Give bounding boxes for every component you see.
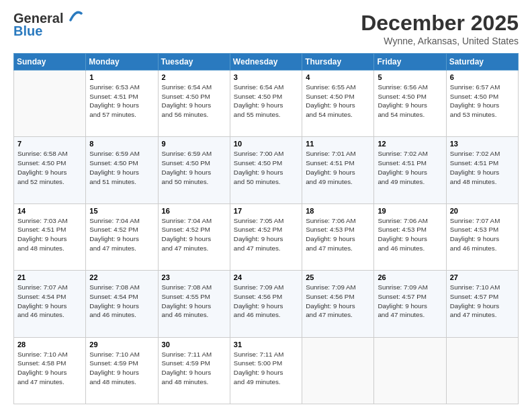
day-info: and 48 minutes. — [17, 244, 82, 253]
weekday-header-tuesday: Tuesday — [158, 54, 230, 71]
day-info: Sunrise: 6:58 AM — [17, 149, 82, 158]
day-number: 19 — [378, 207, 442, 215]
day-info: Sunset: 4:57 PM — [450, 292, 515, 302]
day-info: Sunset: 4:50 PM — [234, 158, 298, 168]
calendar-cell: 2Sunrise: 6:54 AMSunset: 4:50 PMDaylight… — [158, 71, 230, 137]
logo-icon — [65, 8, 83, 26]
day-info: Daylight: 9 hours — [17, 368, 82, 377]
day-number: 27 — [450, 273, 515, 281]
calendar-cell: 4Sunrise: 6:55 AMSunset: 4:50 PMDaylight… — [302, 71, 374, 137]
day-info: Sunrise: 7:10 AM — [89, 350, 154, 359]
day-info: Daylight: 9 hours — [234, 234, 298, 244]
day-info: Sunrise: 7:01 AM — [306, 149, 370, 158]
day-info: Daylight: 9 hours — [234, 101, 298, 110]
calendar-cell: 6Sunrise: 6:57 AMSunset: 4:50 PMDaylight… — [446, 71, 518, 137]
day-info: and 50 minutes. — [162, 177, 226, 187]
calendar-cell: 19Sunrise: 7:06 AMSunset: 4:53 PMDayligh… — [374, 203, 446, 270]
day-info: Daylight: 9 hours — [234, 168, 298, 177]
day-info: Sunset: 4:50 PM — [378, 92, 442, 101]
day-info: and 46 minutes. — [450, 244, 515, 253]
day-info: Daylight: 9 hours — [17, 302, 82, 311]
day-info: and 48 minutes. — [162, 377, 226, 387]
day-number: 12 — [378, 140, 442, 148]
day-info: Sunset: 4:59 PM — [89, 359, 154, 368]
calendar-cell: 22Sunrise: 7:08 AMSunset: 4:54 PMDayligh… — [86, 271, 158, 337]
calendar-cell: 24Sunrise: 7:09 AMSunset: 4:56 PMDayligh… — [230, 271, 302, 337]
weekday-header-sunday: Sunday — [14, 54, 86, 71]
day-info: Sunset: 4:52 PM — [89, 225, 154, 234]
day-number: 10 — [234, 140, 298, 148]
day-info: Daylight: 9 hours — [450, 168, 515, 177]
day-info: Sunset: 4:51 PM — [89, 92, 154, 101]
day-info: Sunrise: 7:03 AM — [17, 216, 82, 226]
calendar-cell: 27Sunrise: 7:10 AMSunset: 4:57 PMDayligh… — [446, 271, 518, 337]
day-number: 16 — [162, 207, 226, 215]
day-info: Sunrise: 6:55 AM — [306, 83, 370, 92]
day-info: Daylight: 9 hours — [89, 234, 154, 244]
calendar-cell — [446, 337, 518, 404]
day-info: and 47 minutes. — [234, 244, 298, 253]
day-info: Sunrise: 6:57 AM — [450, 83, 515, 92]
day-info: Daylight: 9 hours — [234, 368, 298, 377]
day-info: and 56 minutes. — [162, 110, 226, 120]
day-info: and 51 minutes. — [89, 177, 154, 187]
day-info: and 53 minutes. — [450, 110, 515, 120]
day-info: and 52 minutes. — [17, 177, 82, 187]
day-number: 24 — [234, 273, 298, 281]
calendar-cell: 17Sunrise: 7:05 AMSunset: 4:52 PMDayligh… — [230, 203, 302, 270]
day-info: Daylight: 9 hours — [450, 234, 515, 244]
day-info: Sunset: 4:53 PM — [450, 225, 515, 234]
day-info: Sunset: 4:52 PM — [234, 225, 298, 234]
calendar-cell: 3Sunrise: 6:54 AMSunset: 4:50 PMDaylight… — [230, 71, 302, 137]
day-info: Sunset: 4:51 PM — [450, 158, 515, 168]
calendar-cell: 21Sunrise: 7:07 AMSunset: 4:54 PMDayligh… — [14, 271, 86, 337]
day-info: and 50 minutes. — [234, 177, 298, 187]
calendar-cell: 8Sunrise: 6:59 AMSunset: 4:50 PMDaylight… — [86, 137, 158, 203]
title-block: December 2025 Wynne, Arkansas, United St… — [361, 11, 519, 46]
day-info: Daylight: 9 hours — [89, 168, 154, 177]
day-info: and 48 minutes. — [450, 177, 515, 187]
day-info: Sunset: 4:56 PM — [234, 292, 298, 302]
day-info: and 46 minutes. — [234, 310, 298, 320]
day-info: Daylight: 9 hours — [306, 302, 370, 311]
day-info: Daylight: 9 hours — [89, 368, 154, 377]
day-info: Sunrise: 6:59 AM — [162, 149, 226, 158]
day-number: 4 — [306, 73, 370, 81]
day-info: Daylight: 9 hours — [306, 101, 370, 110]
day-info: Daylight: 9 hours — [162, 101, 226, 110]
day-info: Daylight: 9 hours — [162, 302, 226, 311]
day-info: and 46 minutes. — [89, 310, 154, 320]
day-number: 9 — [162, 140, 226, 148]
weekday-header-monday: Monday — [86, 54, 158, 71]
calendar-week-row: 14Sunrise: 7:03 AMSunset: 4:51 PMDayligh… — [14, 203, 519, 270]
day-info: and 49 minutes. — [378, 177, 442, 187]
day-info: and 49 minutes. — [234, 377, 298, 387]
day-info: Sunrise: 7:10 AM — [17, 350, 82, 359]
calendar-cell: 5Sunrise: 6:56 AMSunset: 4:50 PMDaylight… — [374, 71, 446, 137]
day-info: Sunset: 4:50 PM — [162, 92, 226, 101]
day-info: and 47 minutes. — [378, 310, 442, 320]
weekday-header-saturday: Saturday — [446, 54, 518, 71]
day-info: Sunset: 4:51 PM — [378, 158, 442, 168]
day-number: 14 — [17, 207, 82, 215]
day-info: and 46 minutes. — [17, 310, 82, 320]
day-info: Sunrise: 6:54 AM — [234, 83, 298, 92]
calendar-cell: 28Sunrise: 7:10 AMSunset: 4:58 PMDayligh… — [14, 337, 86, 404]
day-info: Daylight: 9 hours — [234, 302, 298, 311]
calendar-cell: 12Sunrise: 7:02 AMSunset: 4:51 PMDayligh… — [374, 137, 446, 203]
calendar-week-row: 1Sunrise: 6:53 AMSunset: 4:51 PMDaylight… — [14, 71, 519, 137]
day-info: Sunrise: 7:02 AM — [378, 149, 442, 158]
day-number: 13 — [450, 140, 515, 148]
day-number: 5 — [378, 73, 442, 81]
day-info: Sunrise: 7:06 AM — [378, 216, 442, 226]
day-info: Sunset: 4:50 PM — [162, 158, 226, 168]
day-info: Daylight: 9 hours — [17, 234, 82, 244]
calendar-week-row: 7Sunrise: 6:58 AMSunset: 4:50 PMDaylight… — [14, 137, 519, 203]
calendar-cell: 20Sunrise: 7:07 AMSunset: 4:53 PMDayligh… — [446, 203, 518, 270]
calendar-cell: 13Sunrise: 7:02 AMSunset: 4:51 PMDayligh… — [446, 137, 518, 203]
day-number: 23 — [162, 273, 226, 281]
day-info: and 48 minutes. — [89, 377, 154, 387]
calendar-cell: 23Sunrise: 7:08 AMSunset: 4:55 PMDayligh… — [158, 271, 230, 337]
day-info: and 54 minutes. — [378, 110, 442, 120]
calendar-cell: 15Sunrise: 7:04 AMSunset: 4:52 PMDayligh… — [86, 203, 158, 270]
